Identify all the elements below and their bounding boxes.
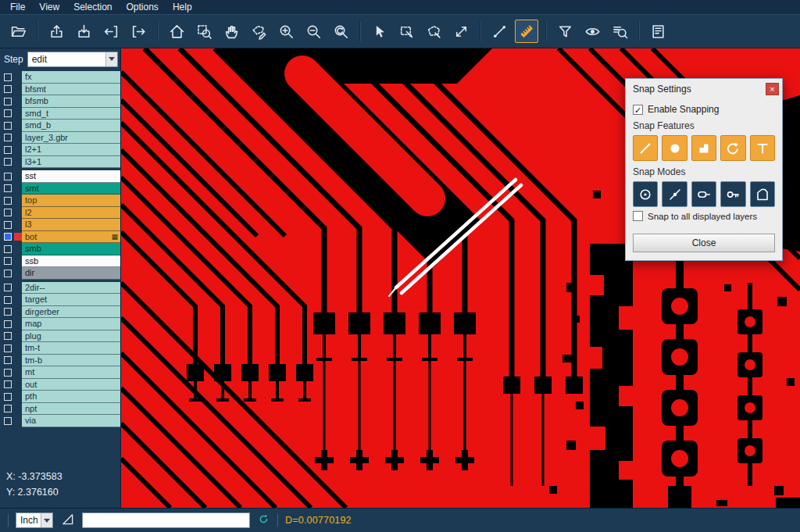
layer-row-fx[interactable]: fx — [0, 71, 120, 84]
layer-name[interactable]: bot▦ — [22, 231, 120, 244]
layer-name[interactable]: plug — [22, 330, 120, 343]
layer-name[interactable]: l3+1 — [22, 156, 120, 169]
snap-mode-slot-button[interactable] — [691, 181, 716, 207]
menu-item-options[interactable]: Options — [120, 0, 166, 14]
layer-name[interactable]: map — [22, 318, 120, 330]
command-input[interactable] — [82, 512, 250, 528]
close-button[interactable]: Close — [633, 234, 775, 252]
import-down-button[interactable] — [72, 20, 95, 43]
layer-visibility-checkbox[interactable] — [4, 270, 12, 277]
export-up-button[interactable] — [45, 20, 68, 43]
unit-select[interactable]: Inch — [16, 512, 53, 528]
snap-feature-line-button[interactable] — [633, 135, 658, 161]
menu-item-file[interactable]: File — [3, 0, 32, 14]
dialog-titlebar[interactable]: Snap Settings × — [626, 79, 782, 98]
layer-visibility-checkbox[interactable] — [4, 296, 12, 304]
open-project-button[interactable] — [6, 20, 30, 43]
layer-name[interactable]: smd_b — [22, 120, 120, 132]
layer-row-smt[interactable]: smt — [0, 183, 120, 195]
export-right-button[interactable] — [127, 20, 150, 43]
layer-visibility-checkbox[interactable] — [4, 158, 12, 166]
layer-name[interactable]: target — [22, 294, 120, 306]
refresh-icon[interactable] — [257, 512, 270, 528]
step-select[interactable]: edit — [27, 52, 118, 67]
layer-row-out[interactable]: out — [0, 379, 120, 391]
layer-row-dirgerber[interactable]: dirgerber — [0, 306, 120, 319]
zoom-in-button[interactable] — [274, 20, 298, 43]
layer-row-top[interactable]: top — [0, 195, 120, 207]
layer-row-target[interactable]: target — [0, 294, 120, 306]
layer-name[interactable]: ssb — [22, 255, 120, 268]
layer-name[interactable]: pth — [22, 391, 120, 403]
layer-name[interactable]: 2dir-- — [22, 282, 120, 295]
layer-name[interactable]: mt — [22, 366, 120, 379]
layer-row-l2[interactable]: l2 — [0, 207, 120, 220]
layer-row-bot[interactable]: bot▦ — [0, 231, 120, 244]
measure-snap-button[interactable] — [515, 20, 538, 43]
layer-name[interactable]: smd_t — [22, 108, 120, 120]
layer-row-mt[interactable]: mt — [0, 366, 120, 379]
layer-visibility-checkbox[interactable] — [4, 233, 12, 241]
layer-visibility-checkbox[interactable] — [4, 134, 12, 141]
layer-visibility-checkbox[interactable] — [4, 345, 12, 352]
snap-feature-text-button[interactable] — [750, 135, 775, 161]
view-options-button[interactable] — [580, 20, 604, 43]
layer-name[interactable]: smb — [22, 243, 120, 255]
layer-visibility-checkbox[interactable] — [4, 257, 12, 265]
layer-row-l3+1[interactable]: l3+1 — [0, 156, 120, 169]
layer-name[interactable]: smt — [22, 183, 120, 195]
layer-visibility-checkbox[interactable] — [4, 146, 12, 154]
layer-visibility-checkbox[interactable] — [4, 393, 12, 401]
chevron-down-icon[interactable] — [41, 513, 52, 527]
layer-name[interactable]: top — [22, 195, 120, 207]
layer-row-npt[interactable]: npt — [0, 403, 120, 416]
menu-item-help[interactable]: Help — [166, 0, 199, 14]
layer-row-smd_t[interactable]: smd_t — [0, 108, 120, 120]
inspect-button[interactable] — [608, 20, 631, 43]
import-left-button[interactable] — [99, 20, 123, 43]
layer-row-dir[interactable]: dir — [0, 267, 120, 280]
select-rectangle-button[interactable] — [395, 20, 418, 43]
layer-visibility-checkbox[interactable] — [4, 380, 12, 388]
chevron-down-icon[interactable] — [105, 52, 117, 66]
layer-row-smb[interactable]: smb — [0, 243, 120, 255]
layer-visibility-checkbox[interactable] — [4, 369, 12, 377]
draw-line-button[interactable] — [488, 20, 511, 43]
layer-visibility-checkbox[interactable] — [4, 209, 12, 216]
snap-mode-key-button[interactable] — [720, 181, 745, 207]
angle-measure-icon[interactable] — [60, 512, 75, 529]
snap-all-layers-row[interactable]: Snap to all displayed layers — [633, 211, 775, 221]
snap-feature-pad-button[interactable] — [662, 135, 687, 161]
select-polygon-button[interactable] — [422, 20, 445, 43]
layer-name[interactable]: sst — [22, 170, 120, 183]
menu-item-selection[interactable]: Selection — [66, 0, 119, 14]
layer-row-l3[interactable]: l3 — [0, 219, 120, 231]
layer-name[interactable]: via — [22, 415, 120, 427]
layer-row-2dir--[interactable]: 2dir-- — [0, 282, 120, 295]
layer-name[interactable]: bfsmt — [22, 84, 120, 96]
home-view-button[interactable] — [165, 20, 188, 43]
layer-visibility-checkbox[interactable] — [4, 332, 12, 340]
layer-visibility-checkbox[interactable] — [4, 245, 12, 253]
layer-name[interactable]: npt — [22, 403, 120, 416]
layer-row-tm-t[interactable]: tm-t — [0, 342, 120, 355]
layer-visibility-checkbox[interactable] — [4, 356, 12, 364]
report-button[interactable] — [646, 20, 670, 43]
snap-mode-outline-button[interactable] — [750, 181, 775, 207]
snap-feature-corner-button[interactable] — [691, 135, 716, 161]
layer-row-tm-b[interactable]: tm-b — [0, 355, 120, 367]
layer-name[interactable]: tm-t — [22, 342, 120, 355]
pan-button[interactable] — [220, 20, 243, 43]
layer-row-smd_b[interactable]: smd_b — [0, 120, 120, 132]
layer-visibility-checkbox[interactable] — [4, 417, 12, 425]
layer-visibility-checkbox[interactable] — [4, 197, 12, 205]
snap-feature-arc-button[interactable] — [720, 135, 745, 161]
layer-visibility-checkbox[interactable] — [4, 308, 12, 316]
snap-mode-center-button[interactable] — [633, 181, 658, 207]
layer-name[interactable]: layer_3.gbr — [22, 132, 120, 145]
layer-row-via[interactable]: via — [0, 415, 120, 427]
snap-mode-point-button[interactable] — [662, 181, 687, 207]
grid-icon[interactable]: ▦ — [111, 233, 118, 241]
layer-visibility-checkbox[interactable] — [4, 320, 12, 328]
filter-button[interactable] — [553, 20, 577, 43]
